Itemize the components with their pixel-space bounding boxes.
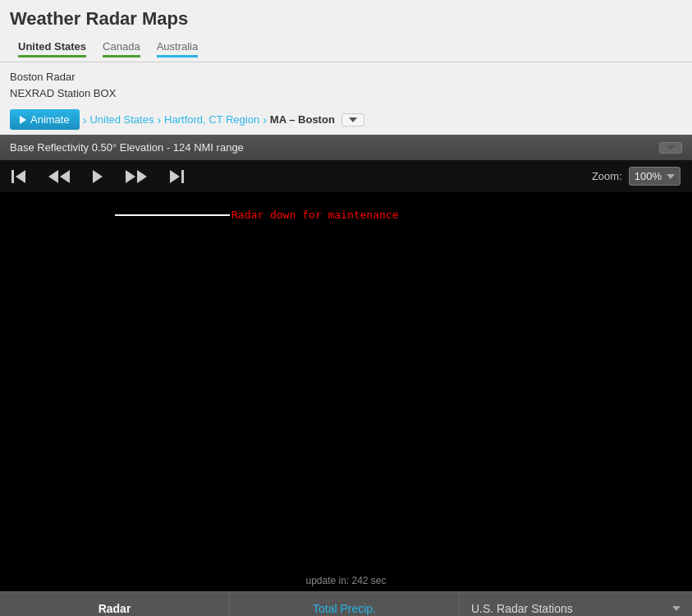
zoom-dropdown-icon (667, 174, 675, 179)
tri-left-icon-3 (60, 170, 70, 183)
radar-tab-button[interactable]: Radar (0, 592, 230, 616)
play-triangle-icon (93, 170, 103, 183)
bar-right-icon (181, 170, 184, 183)
last-frame-button[interactable] (170, 170, 184, 183)
tab-united-states[interactable]: United States (10, 36, 94, 62)
maintenance-line (115, 214, 230, 216)
update-bar: update in: 242 sec (0, 570, 692, 591)
first-frame-button[interactable] (11, 170, 25, 183)
update-text: update in: 242 sec (305, 575, 386, 586)
radar-display: Radar down for maintenance (0, 192, 692, 570)
tri-right-icon-3 (170, 170, 180, 183)
tri-right-icon-1 (126, 170, 135, 183)
breadcrumb-link-us[interactable]: United States (89, 113, 154, 126)
tri-left-icon-2 (48, 170, 58, 183)
prev-frame-button[interactable] (48, 170, 70, 183)
bottom-bar: Radar Total Precip. U.S. Radar Stations (0, 591, 692, 616)
zoom-value: 100% (635, 170, 662, 182)
zoom-select[interactable]: 100% (629, 167, 681, 186)
station-name: Boston Radar (10, 69, 682, 85)
radar-container: Base Reflectivity 0.50° Elevation - 124 … (0, 135, 692, 591)
breadcrumb-sep-2: › (157, 113, 161, 126)
station-code: NEXRAD Station BOX (10, 85, 682, 102)
controls-bar: Zoom: 100% (0, 160, 692, 192)
us-radar-stations-dropdown[interactable]: U.S. Radar Stations (460, 592, 692, 616)
breadcrumb-link-region[interactable]: Hartford, CT Region (164, 113, 259, 126)
radar-header-label: Base Reflectivity 0.50° Elevation - 124 … (10, 141, 244, 154)
radar-header-dropdown[interactable] (659, 142, 682, 154)
breadcrumb-current: MA – Boston (270, 113, 335, 126)
play-icon (20, 116, 26, 124)
chevron-down-icon-2 (667, 145, 675, 150)
zoom-area: Zoom: 100% (592, 167, 681, 186)
zoom-label: Zoom: (592, 170, 622, 182)
breadcrumb-sep-1: › (83, 113, 87, 126)
stations-dropdown-icon (672, 606, 681, 611)
chevron-down-icon (349, 117, 357, 122)
animate-button[interactable]: Animate (10, 109, 80, 130)
maintenance-message: Radar down for maintenance (115, 209, 399, 221)
tri-right-icon-2 (137, 170, 147, 183)
tabs-bar: United States Canada Australia (0, 34, 692, 62)
radar-header: Base Reflectivity 0.50° Elevation - 124 … (0, 135, 692, 160)
breadcrumb-dropdown[interactable] (341, 113, 364, 126)
breadcrumb-bar: Animate › United States › Hartford, CT R… (0, 104, 692, 135)
tri-left-icon (16, 170, 25, 183)
tab-australia[interactable]: Australia (149, 36, 207, 62)
maintenance-text: Radar down for maintenance (231, 209, 399, 221)
bar-icon (11, 170, 14, 183)
tab-canada[interactable]: Canada (94, 36, 149, 62)
breadcrumb-sep-3: › (263, 113, 267, 126)
total-precip-button[interactable]: Total Precip. (230, 592, 460, 616)
play-button[interactable] (93, 170, 103, 183)
fast-forward-button[interactable] (126, 170, 147, 183)
page-title: Weather Radar Maps (0, 0, 692, 34)
station-info: Boston Radar NEXRAD Station BOX (0, 62, 692, 104)
